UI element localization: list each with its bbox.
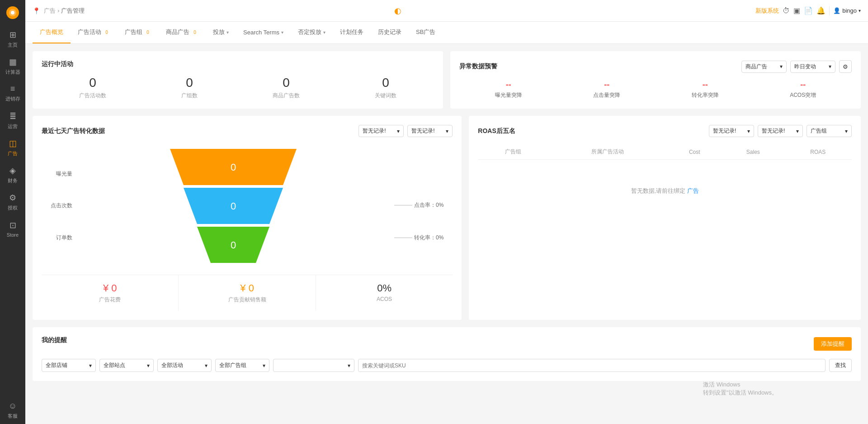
stat-campaigns: 0 广告活动数 [79, 76, 106, 100]
site-filter-select[interactable]: 全部站点 ▾ [99, 359, 154, 372]
inventory-icon: ≡ [10, 84, 15, 94]
breadcrumb-ads[interactable]: 广告 [44, 7, 56, 15]
row-2: 最近七天广告转化数据 暂无记录! ▾ 暂无记录! ▾ 曝光量 点击次数 [33, 116, 861, 320]
roas-select-3[interactable]: 广告组 ▾ [807, 125, 852, 137]
anomaly-select-period[interactable]: 昨日变动 ▾ [790, 61, 835, 73]
funnel-value-clicks: 0 [231, 200, 236, 212]
home-icon: ⊞ [9, 30, 16, 40]
tab-search-terms[interactable]: Search Terms ▾ [236, 23, 291, 43]
stat-product-ads: 0 商品广告数 [273, 76, 300, 100]
sidebar-item-calculator[interactable]: ▦ 计算器 [0, 52, 25, 80]
tab-campaigns[interactable]: 广告活动 0 [71, 22, 118, 43]
tab-schedule[interactable]: 计划任务 [333, 22, 371, 43]
roas-title: ROAS后五名 [478, 127, 705, 135]
breadcrumb: 广告 › 广告管理 [44, 7, 391, 15]
sidebar-item-ads[interactable]: ◫ 广告 [0, 134, 25, 161]
sidebar-item-label: 广告 [8, 150, 18, 157]
tab-product-ads[interactable]: 商品广告 0 [159, 22, 206, 43]
add-reminder-button[interactable]: 添加提醒 [814, 337, 852, 351]
roas-select-2[interactable]: 暂无记录! ▾ [758, 125, 803, 137]
bottom-stats: ¥ 0 广告花费 ¥ 0 广告贡献销售额 0% ACOS [42, 275, 453, 311]
sidebar-item-store[interactable]: ⊡ Store [0, 215, 25, 243]
finance-icon: ◈ [9, 166, 16, 176]
sidebar-item-auth[interactable]: ⚙ 授权 [0, 188, 25, 215]
tab-adgroups[interactable]: 广告组 0 [118, 22, 159, 43]
calculator-icon: ▦ [9, 57, 17, 67]
sidebar-item-label: 财务 [8, 177, 18, 184]
adgroup-filter-select[interactable]: 全部广告组 ▾ [215, 359, 269, 372]
tab-targeting[interactable]: 投放 ▾ [206, 22, 236, 43]
stat-adgroups-label: 广组数 [181, 92, 198, 100]
search-button[interactable]: 查找 [829, 359, 852, 372]
select-dropdown-icon: ▾ [446, 128, 448, 134]
stats-row: 0 广告活动数 0 广组数 0 商品广告数 0 关键词数 [42, 76, 434, 100]
stat-keywords: 0 关键词数 [375, 76, 396, 100]
row-1: 运行中活动 0 广告活动数 0 广组数 0 商品广告数 0 [33, 51, 861, 109]
sidebar-item-label: 计算器 [5, 69, 20, 76]
chart-title: 最近七天广告转化数据 [42, 127, 355, 135]
running-card-title: 运行中活动 [42, 60, 434, 68]
user-menu[interactable]: 👤 bingo ▾ [833, 7, 861, 14]
stat-campaigns-value: 0 [79, 76, 106, 90]
ad-cost-value: ¥ 0 [49, 282, 171, 294]
tab-history[interactable]: 历史记录 [371, 22, 409, 43]
dropdown-icon: ▾ [263, 362, 265, 369]
anomaly-select-product[interactable]: 商品广告 ▾ [741, 61, 787, 73]
sidebar-item-home[interactable]: ⊞ 主页 [0, 25, 25, 52]
tab-overview[interactable]: 广告概览 [33, 22, 71, 43]
sidebar-item-operations[interactable]: ≣ 运营 [0, 107, 25, 134]
funnel-label-orders: 订单数 [56, 234, 72, 242]
sidebar-item-label: 授权 [8, 205, 18, 211]
funnel-value-impression: 0 [231, 162, 236, 173]
sidebar-item-support[interactable]: ☺ 客服 [0, 397, 25, 424]
roas-table: 广告组 所属广告活动 Cost Sales ROAS [478, 144, 852, 160]
select-dropdown-icon: ▾ [829, 63, 831, 70]
funnel-bar-orders: 0 [156, 227, 310, 263]
col-adgroup: 广告组 [478, 144, 548, 160]
monitor-icon[interactable]: ▣ [793, 6, 800, 15]
user-dropdown-icon: ▾ [859, 8, 861, 13]
stat-adgroups-value: 0 [181, 76, 198, 90]
roas-header: ROAS后五名 暂无记录! ▾ 暂无记录! ▾ 广告组 ▾ [478, 125, 852, 137]
acos-label: ACOS [323, 296, 445, 302]
new-system-link[interactable]: 新版系统 [755, 7, 779, 15]
roas-bind-link[interactable]: 广告 [687, 187, 699, 194]
funnel-annotation-cvr: 转化率：0% [394, 234, 443, 242]
roas-select-1[interactable]: 暂无记录! ▾ [709, 125, 754, 137]
chart-select-1[interactable]: 暂无记录! ▾ [359, 125, 404, 137]
col-sales: Sales [722, 144, 784, 160]
metric-acos: -- ACOS突增 [790, 80, 816, 99]
document-icon[interactable]: 📄 [804, 6, 813, 15]
sidebar-item-inventory[interactable]: ≡ 进销存 [0, 80, 25, 107]
roas-card: ROAS后五名 暂无记录! ▾ 暂无记录! ▾ 广告组 ▾ [469, 116, 861, 320]
main-content: 📍 广告 › 广告管理 ◐ 新版系统 ⏱ ▣ 📄 🔔 👤 bingo ▾ 广告概… [25, 0, 868, 424]
breadcrumb-management: 广告管理 [61, 7, 85, 15]
anomaly-metrics: -- 曝光量突降 -- 点击量突降 -- 转化率突降 -- ACOS突增 [459, 80, 852, 99]
operations-icon: ≣ [9, 111, 16, 121]
metric-clicks: -- 点击量突降 [593, 80, 620, 99]
anomaly-settings-button[interactable]: ⚙ [839, 60, 852, 73]
store-filter-select[interactable]: 全部店铺 ▾ [42, 359, 96, 372]
location-icon: 📍 [33, 7, 40, 14]
funnel-annotation-ctr: 点击率：0% [394, 201, 443, 209]
store-icon: ⊡ [9, 220, 16, 230]
select-dropdown-icon: ▾ [397, 128, 400, 134]
bell-icon[interactable]: 🔔 [816, 6, 826, 15]
logo-icon [5, 5, 20, 20]
chart-select-2[interactable]: 暂无记录! ▾ [407, 125, 453, 137]
anomaly-header: 异常数据预警 商品广告 ▾ 昨日变动 ▾ ⚙ [459, 60, 852, 73]
anomaly-title: 异常数据预警 [459, 62, 738, 71]
topbar: 📍 广告 › 广告管理 ◐ 新版系统 ⏱ ▣ 📄 🔔 👤 bingo ▾ [25, 0, 868, 22]
tab-sb-ads[interactable]: SB广告 [409, 22, 443, 43]
stat-adgroups: 0 广组数 [181, 76, 198, 100]
tab-arrow-negative: ▾ [323, 30, 326, 35]
activity-filter-select[interactable]: 全部活动 ▾ [157, 359, 212, 372]
blank-filter-select[interactable]: ▾ [273, 359, 354, 372]
tab-bar: 广告概览 广告活动 0 广告组 0 商品广告 0 投放 ▾ Search Ter… [25, 22, 868, 44]
search-keyword-input[interactable] [358, 359, 826, 372]
funnel-label-impression: 曝光量 [56, 170, 72, 178]
sidebar-item-finance[interactable]: ◈ 财务 [0, 161, 25, 188]
clock-icon[interactable]: ⏱ [783, 7, 790, 15]
tab-negative[interactable]: 否定投放 ▾ [291, 22, 333, 43]
dropdown-icon: ▾ [89, 362, 92, 369]
